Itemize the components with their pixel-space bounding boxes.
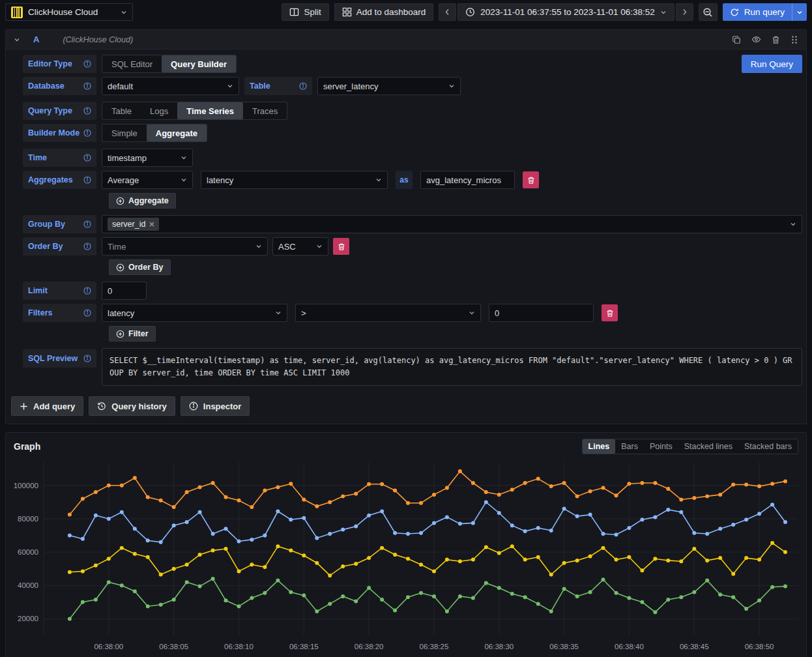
filter-value-input[interactable] — [489, 304, 594, 322]
data-point — [315, 536, 319, 540]
order-by-direction-select[interactable]: ASC — [272, 237, 328, 256]
data-point — [575, 514, 579, 518]
data-point — [445, 486, 449, 490]
data-point — [718, 493, 722, 497]
drag-handle-icon[interactable] — [790, 35, 798, 44]
data-point — [692, 591, 696, 594]
info-icon[interactable] — [83, 154, 91, 162]
data-point — [731, 596, 735, 600]
aggregate-function-select[interactable]: Average — [102, 171, 193, 189]
query-type-option-time-series[interactable]: Time Series — [177, 102, 243, 119]
graph-style-points[interactable]: Points — [644, 439, 678, 454]
filter-column-select[interactable]: latency — [102, 304, 287, 322]
data-point — [419, 531, 423, 535]
query-history-button[interactable]: Query history — [89, 396, 175, 416]
time-series-chart[interactable]: 2000040000600008000010000006:38:0006:38:… — [6, 456, 806, 655]
database-select[interactable]: default — [102, 77, 239, 95]
editor-type-option-sql-editor[interactable]: SQL Editor — [102, 55, 162, 72]
data-point — [445, 516, 449, 519]
data-point — [198, 486, 202, 489]
data-point — [432, 493, 436, 497]
remove-aggregate-button[interactable] — [523, 171, 539, 188]
data-point — [68, 534, 72, 538]
data-point — [68, 617, 72, 621]
add-filter-button[interactable]: Filter — [109, 326, 156, 342]
data-point — [757, 484, 761, 488]
datasource-name: ClickHouse Cloud — [28, 7, 115, 17]
data-point — [237, 570, 241, 574]
time-range-forward-button[interactable] — [676, 3, 693, 21]
data-point — [393, 553, 397, 557]
data-point — [497, 586, 501, 590]
data-point — [237, 605, 241, 609]
filter-operator-select[interactable]: > — [295, 304, 481, 322]
graph-style-bars[interactable]: Bars — [615, 439, 644, 454]
chevron-down-icon — [121, 9, 127, 16]
x-axis-tick-label: 06:38:35 — [549, 643, 579, 650]
info-icon[interactable] — [83, 129, 91, 137]
run-query-button[interactable]: Run query — [723, 3, 792, 21]
data-point — [679, 498, 683, 502]
datasource-picker[interactable]: ClickHouse Cloud — [5, 3, 133, 21]
data-point — [302, 594, 306, 598]
add-to-dashboard-button[interactable]: Add to dashboard — [334, 3, 434, 21]
time-range-zoom-out-button[interactable] — [699, 3, 718, 21]
duplicate-query-icon[interactable] — [732, 35, 741, 44]
data-point — [237, 540, 241, 544]
query-type-option-logs[interactable]: Logs — [141, 102, 177, 119]
info-icon[interactable] — [299, 82, 307, 90]
data-point — [615, 591, 618, 595]
graph-style-lines[interactable]: Lines — [583, 439, 616, 454]
add-order-by-button[interactable]: Order By — [109, 259, 171, 275]
inspector-button[interactable]: Inspector — [181, 396, 250, 416]
graph-style-stacked-bars[interactable]: Stacked bars — [738, 439, 798, 454]
add-aggregate-button[interactable]: Aggregate — [109, 193, 176, 209]
group-by-multiselect[interactable]: server_id — [102, 215, 802, 233]
data-point — [718, 527, 722, 531]
data-point — [705, 532, 709, 536]
order-by-column-select[interactable]: Time — [102, 237, 268, 256]
info-icon[interactable] — [83, 309, 91, 317]
aggregate-column-select[interactable]: latency — [201, 171, 388, 189]
builder-mode-option-aggregate[interactable]: Aggregate — [147, 124, 207, 141]
builder-mode-option-simple[interactable]: Simple — [102, 124, 147, 141]
data-point — [757, 558, 761, 562]
info-icon[interactable] — [83, 220, 91, 228]
remove-query-trash-icon[interactable] — [772, 35, 780, 44]
split-button[interactable]: Split — [282, 3, 328, 21]
editor-type-option-query-builder[interactable]: Query Builder — [162, 55, 236, 72]
info-icon[interactable] — [83, 82, 91, 90]
info-icon[interactable] — [83, 355, 91, 362]
query-type-option-table[interactable]: Table — [102, 102, 141, 119]
data-point — [562, 481, 566, 485]
info-icon[interactable] — [83, 107, 91, 115]
x-axis-tick-label: 06:38:10 — [224, 643, 254, 650]
run-query-editor-button[interactable]: Run Query — [742, 55, 802, 73]
query-type-option-traces[interactable]: Traces — [243, 102, 287, 119]
data-point — [602, 532, 605, 536]
data-point — [744, 607, 748, 611]
time-range-picker[interactable]: 2023-11-01 06:37:55 to 2023-11-01 06:38:… — [457, 3, 674, 21]
table-select[interactable]: server_latency — [317, 77, 461, 95]
info-icon[interactable] — [83, 60, 91, 68]
data-point — [523, 558, 527, 562]
info-icon[interactable] — [83, 176, 91, 184]
info-icon[interactable] — [83, 242, 91, 250]
run-query-options-caret[interactable] — [792, 3, 807, 21]
collapse-chevron-icon[interactable] — [14, 36, 20, 43]
data-point — [744, 556, 748, 560]
limit-input[interactable] — [102, 282, 147, 300]
data-point — [705, 579, 709, 583]
graph-style-stacked-lines[interactable]: Stacked lines — [678, 439, 738, 454]
data-point — [510, 592, 514, 596]
remove-tag-icon[interactable] — [149, 222, 154, 227]
aggregate-alias-input[interactable] — [420, 171, 515, 189]
remove-filter-button[interactable] — [602, 304, 618, 321]
data-point — [328, 602, 332, 606]
hide-response-eye-icon[interactable] — [751, 35, 761, 44]
time-range-back-button[interactable] — [439, 3, 456, 21]
time-column-select[interactable]: timestamp — [102, 149, 193, 167]
add-query-button[interactable]: Add query — [11, 396, 83, 416]
remove-order-by-button[interactable] — [333, 238, 349, 255]
info-icon[interactable] — [83, 287, 91, 295]
